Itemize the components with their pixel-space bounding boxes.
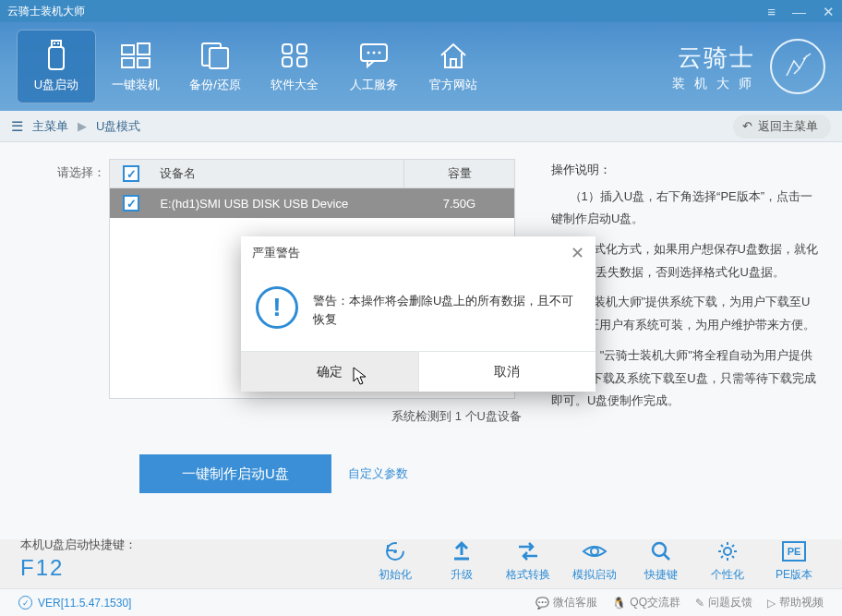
gear-icon bbox=[716, 539, 739, 563]
home-icon bbox=[438, 40, 469, 71]
tool-pe-version[interactable]: PE PE版本 bbox=[772, 539, 816, 583]
menu-icon[interactable]: ≡ bbox=[767, 5, 776, 18]
svg-rect-3 bbox=[49, 47, 64, 69]
bottom-toolbar: 初始化 升级 格式转换 模拟启动 快捷键 个性化 PE PE版本 bbox=[373, 539, 816, 583]
nav-usb-boot[interactable]: U盘启动 bbox=[17, 30, 96, 103]
link-qq[interactable]: 🐧 QQ交流群 bbox=[612, 595, 680, 610]
tool-upgrade[interactable]: 升级 bbox=[439, 539, 484, 583]
nav-label: 官方网站 bbox=[429, 77, 477, 93]
nav-oneclick[interactable]: 一键装机 bbox=[96, 30, 175, 103]
svg-point-17 bbox=[379, 52, 381, 54]
hotkey-value: F12 bbox=[20, 555, 137, 581]
select-label: 请选择： bbox=[22, 159, 105, 181]
hotkey-label: 本机U盘启动快捷键： bbox=[20, 537, 137, 553]
tool-initialize[interactable]: 初始化 bbox=[373, 539, 417, 583]
svg-point-22 bbox=[724, 548, 731, 555]
apps-icon bbox=[280, 40, 309, 71]
tool-label: PE版本 bbox=[776, 567, 812, 583]
svg-rect-5 bbox=[138, 43, 150, 54]
brand-name: 云骑士 bbox=[678, 42, 755, 74]
return-label: 返回主菜单 bbox=[758, 118, 818, 135]
svg-rect-4 bbox=[122, 45, 134, 54]
row-checkbox[interactable]: ✓ bbox=[123, 195, 139, 211]
window-controls: ≡ — ✕ bbox=[767, 5, 835, 18]
list-icon: ☰ bbox=[11, 118, 23, 135]
nav-software[interactable]: 软件大全 bbox=[255, 30, 334, 103]
tool-simulate[interactable]: 模拟启动 bbox=[572, 539, 617, 583]
svg-rect-10 bbox=[283, 44, 292, 54]
nav-label: U盘启动 bbox=[34, 77, 78, 93]
breadcrumb-main[interactable]: 主菜单 bbox=[32, 118, 68, 135]
tool-hotkey[interactable]: 快捷键 bbox=[639, 539, 683, 583]
link-help[interactable]: ▷ 帮助视频 bbox=[767, 595, 824, 610]
hotkey-info: 本机U盘启动快捷键： F12 bbox=[20, 537, 137, 581]
svg-rect-11 bbox=[297, 44, 307, 54]
make-usb-button[interactable]: 一键制作启动U盘 bbox=[139, 454, 331, 493]
warning-dialog: 严重警告 ✕ ! 警告：本操作将会删除U盘上的所有数据，且不可恢复 确定 取消 bbox=[241, 236, 595, 392]
svg-rect-13 bbox=[297, 57, 307, 66]
version-text: VER[11.5.47.1530] bbox=[38, 597, 131, 610]
minimize-icon[interactable]: — bbox=[792, 5, 806, 18]
cancel-button[interactable]: 取消 bbox=[419, 352, 596, 392]
return-main-button[interactable]: ↶ 返回主菜单 bbox=[733, 115, 831, 139]
instructions-title: 操作说明： bbox=[551, 159, 820, 182]
close-icon[interactable]: ✕ bbox=[823, 5, 835, 18]
device-size: 7.50G bbox=[403, 197, 514, 211]
tool-label: 格式转换 bbox=[506, 567, 550, 583]
usb-icon bbox=[44, 40, 68, 71]
chat-icon bbox=[358, 40, 390, 71]
select-all-checkbox[interactable]: ✓ bbox=[123, 165, 139, 182]
nav-backup[interactable]: 备份/还原 bbox=[175, 30, 255, 103]
svg-rect-1 bbox=[54, 42, 55, 44]
brand-sub: 装机大师 bbox=[672, 76, 761, 92]
svg-point-20 bbox=[591, 548, 598, 555]
nav-support[interactable]: 人工服务 bbox=[334, 30, 414, 103]
nav-label: 人工服务 bbox=[350, 77, 398, 93]
nav-label: 软件大全 bbox=[271, 77, 319, 93]
version-info[interactable]: ✓ VER[11.5.47.1530] bbox=[18, 596, 131, 610]
upload-icon bbox=[451, 539, 473, 563]
svg-rect-6 bbox=[122, 58, 134, 67]
convert-icon bbox=[516, 539, 540, 563]
svg-point-16 bbox=[373, 52, 376, 54]
svg-point-21 bbox=[653, 543, 666, 556]
instruction-step: （1）插入U盘，右下角选择“PE版本”，点击一键制作启动U盘。 bbox=[551, 186, 820, 231]
svg-rect-2 bbox=[57, 42, 59, 44]
tool-label: 升级 bbox=[451, 567, 473, 583]
detect-status: 系统检测到 1 个U盘设备 bbox=[22, 408, 525, 425]
svg-rect-0 bbox=[52, 41, 61, 47]
device-name: E:(hd1)SMI USB DISK USB Device bbox=[152, 197, 403, 211]
brand: 云骑士 装机大师 bbox=[672, 39, 825, 94]
svg-point-15 bbox=[367, 52, 370, 54]
status-bar: ✓ VER[11.5.47.1530] 💬 微信客服 🐧 QQ交流群 ✎ 问题反… bbox=[0, 588, 842, 616]
table-header: ✓ 设备名 容量 bbox=[110, 159, 514, 188]
link-wechat[interactable]: 💬 微信客服 bbox=[535, 595, 597, 610]
backup-icon bbox=[199, 40, 231, 71]
custom-params-link[interactable]: 自定义参数 bbox=[348, 465, 408, 482]
svg-rect-12 bbox=[283, 57, 292, 66]
app-title: 云骑士装机大师 bbox=[7, 4, 85, 19]
tool-label: 快捷键 bbox=[644, 567, 678, 583]
tool-label: 个性化 bbox=[711, 567, 744, 583]
dialog-close-button[interactable]: ✕ bbox=[571, 243, 584, 263]
th-capacity: 容量 bbox=[403, 160, 514, 187]
breadcrumb: ☰ 主菜单 ▶ U盘模式 ↶ 返回主菜单 bbox=[0, 111, 842, 142]
check-circle-icon: ✓ bbox=[18, 596, 32, 610]
dialog-message: 警告：本操作将会删除U盘上的所有数据，且不可恢复 bbox=[313, 286, 581, 328]
undo-icon: ↶ bbox=[742, 119, 752, 133]
top-nav: U盘启动 一键装机 备份/还原 软件大全 人工服务 官方网站 云骑士 装机大师 bbox=[0, 22, 842, 111]
brand-logo-icon bbox=[770, 39, 825, 94]
windows-icon bbox=[120, 40, 151, 71]
eye-icon bbox=[582, 539, 607, 563]
nav-website[interactable]: 官方网站 bbox=[414, 30, 493, 103]
tool-label: 初始化 bbox=[379, 567, 412, 583]
tool-personalize[interactable]: 个性化 bbox=[705, 539, 750, 583]
table-row[interactable]: ✓ E:(hd1)SMI USB DISK USB Device 7.50G bbox=[110, 188, 514, 218]
th-device-name: 设备名 bbox=[152, 165, 403, 182]
link-feedback[interactable]: ✎ 问题反馈 bbox=[695, 595, 752, 610]
dialog-title: 严重警告 bbox=[252, 245, 300, 261]
tool-format[interactable]: 格式转换 bbox=[506, 539, 550, 583]
chevron-right-icon: ▶ bbox=[78, 119, 87, 133]
reset-icon bbox=[384, 539, 406, 563]
ok-button[interactable]: 确定 bbox=[241, 352, 419, 392]
